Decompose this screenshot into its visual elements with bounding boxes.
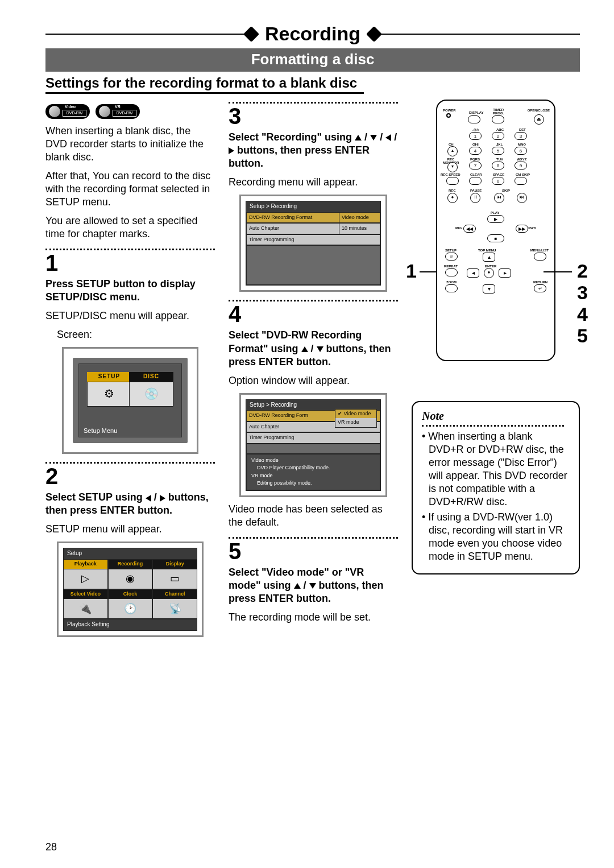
recording-row-format-value: Video mode bbox=[339, 212, 380, 224]
btn-clear[interactable] bbox=[469, 177, 482, 185]
menu-tile-channel-label: Channel bbox=[152, 589, 197, 600]
btn-enter[interactable]: ● bbox=[484, 268, 494, 278]
btn-0[interactable]: 0 bbox=[492, 177, 504, 185]
btn-skip-fwd[interactable]: ⏭ bbox=[517, 193, 527, 203]
lbl-openclose: OPEN/CLOSE bbox=[528, 109, 550, 112]
lbl-timerprog: TIMER PROG. bbox=[493, 108, 504, 115]
step3-divider bbox=[229, 102, 398, 104]
display-icon: ▭ bbox=[152, 569, 197, 589]
step3-instruction-a: Select "Recording" using bbox=[229, 131, 355, 143]
tv-tile-setup: SETUP ⚙ bbox=[87, 372, 131, 407]
btn-timerprog[interactable] bbox=[492, 115, 504, 123]
note-box: Note When inserting a blank DVD+R or DVD… bbox=[412, 401, 580, 574]
btn-8[interactable]: 8 bbox=[492, 162, 504, 170]
step1-instruction: Press SETUP button to display SETUP/DISC… bbox=[45, 278, 215, 304]
btn-display[interactable] bbox=[468, 115, 480, 123]
btn-1[interactable]: 1 bbox=[469, 132, 482, 140]
opt-desc-vr: VR mode bbox=[251, 472, 375, 480]
btn-menulist[interactable] bbox=[534, 253, 546, 261]
btn-6[interactable]: 6 bbox=[515, 147, 527, 155]
menu-tile-playback: Playback▷ bbox=[63, 559, 108, 589]
note-divider bbox=[422, 425, 564, 427]
recording-row-autochapter-value: 10 minutes bbox=[339, 223, 380, 234]
btn-setup[interactable]: ⎚ bbox=[445, 253, 458, 261]
lbl-rev: REV bbox=[455, 226, 462, 230]
callout-1: 1 bbox=[406, 260, 417, 282]
option-popup-vr: VR mode bbox=[335, 418, 376, 427]
btn-fwd[interactable]: ▶▶ bbox=[516, 225, 528, 233]
btn-cmskip[interactable] bbox=[515, 177, 527, 185]
lbl-return: RETURN bbox=[533, 280, 547, 284]
recording-menu-space bbox=[246, 245, 380, 285]
step1-divider bbox=[45, 249, 215, 250]
btn-rec[interactable]: ● bbox=[447, 193, 458, 203]
step2-result: SETUP menu will appear. bbox=[45, 523, 215, 536]
step1-result: SETUP/DISC menu will appear. bbox=[45, 309, 215, 323]
btn-pause[interactable]: ⏸ bbox=[470, 193, 480, 203]
tv-tile-setup-label: SETUP bbox=[87, 372, 131, 382]
menu-tile-recording: Recording◉ bbox=[108, 559, 153, 589]
btn-dpad-right[interactable]: ▸ bbox=[499, 268, 511, 278]
lbl-rec: REC bbox=[449, 189, 456, 192]
menu-tile-playback-label: Playback bbox=[63, 559, 108, 569]
ornament-right bbox=[374, 34, 580, 35]
btn-play[interactable]: ▶ bbox=[487, 215, 504, 223]
btn-recspeed[interactable] bbox=[446, 177, 459, 185]
note-item-2: If using a DVD-RW(ver 1.0) disc, recordi… bbox=[422, 511, 570, 563]
recording-row-timer: Timer Programming bbox=[246, 234, 380, 246]
tv-tile-disc: DISC 💿 bbox=[129, 372, 173, 407]
btn-ch-down[interactable]: ▾ bbox=[447, 162, 458, 172]
step5-result: The recording mode will be set. bbox=[229, 611, 398, 624]
step5-instruction: Select "Video mode" or "VR mode" using /… bbox=[229, 566, 398, 605]
step5-number: 5 bbox=[229, 540, 398, 563]
btn-3[interactable]: 3 bbox=[515, 132, 527, 140]
lbl-audio: .@/: bbox=[472, 128, 479, 131]
btn-return[interactable]: ↵ bbox=[534, 284, 546, 292]
step5-divider bbox=[229, 537, 398, 539]
lbl-setup: SETUP bbox=[445, 249, 457, 252]
option-popup: ✔ Video mode VR mode bbox=[335, 409, 377, 428]
btn-5[interactable]: 5 bbox=[492, 147, 504, 155]
btn-zoom[interactable] bbox=[445, 284, 458, 292]
ornament-left bbox=[45, 34, 251, 35]
btn-dpad-down[interactable]: ▾ bbox=[483, 284, 495, 294]
menu-tile-display-label: Display bbox=[152, 559, 197, 569]
btn-rev[interactable]: ◀◀ bbox=[463, 225, 476, 233]
btn-2[interactable]: 2 bbox=[492, 132, 504, 140]
btn-9[interactable]: 9 bbox=[515, 162, 527, 170]
btn-skip-back[interactable]: ⏮ bbox=[494, 193, 504, 203]
down-triangle-icon bbox=[370, 135, 377, 140]
badge-video: Video DVD-RW bbox=[45, 104, 90, 119]
lbl-cmskip: CM SKIP bbox=[516, 173, 530, 176]
btn-power[interactable] bbox=[446, 113, 451, 118]
step2-instruction-a: Select SETUP using bbox=[45, 491, 146, 503]
callout-5: 5 bbox=[577, 325, 588, 347]
lbl-space: SPACE bbox=[493, 173, 504, 176]
lbl-recspeed: REC SPEED bbox=[441, 173, 460, 176]
step3-screen: Setup > Recording DVD-RW Recording Forma… bbox=[239, 195, 387, 292]
btn-4[interactable]: 4 bbox=[469, 147, 482, 155]
btn-stop[interactable]: ■ bbox=[487, 234, 504, 242]
menu-tile-selectvideo-label: Select Video bbox=[63, 589, 108, 600]
down-triangle-icon bbox=[317, 346, 323, 352]
btn-7[interactable]: 7 bbox=[469, 162, 482, 170]
btn-dpad-up[interactable]: ▴ bbox=[483, 253, 495, 262]
lbl-mno: MNO bbox=[518, 143, 526, 146]
right-triangle-icon bbox=[160, 495, 165, 502]
step4-screen: Setup > Recording DVD-RW Recording Form … bbox=[239, 393, 387, 497]
step2-divider bbox=[45, 462, 215, 464]
btn-openclose[interactable]: ⏏ bbox=[534, 114, 544, 125]
btn-dpad-left[interactable]: ◂ bbox=[467, 268, 479, 278]
recording-menu-head: Setup > Recording bbox=[246, 201, 380, 212]
remote-control: POWER DISPLAY TIMER PROG. OPEN/CLOSE ⏏ .… bbox=[436, 100, 555, 361]
btn-repeat[interactable] bbox=[445, 268, 458, 276]
btn-ch-up[interactable]: ▴ bbox=[447, 146, 458, 156]
left-triangle-icon bbox=[385, 134, 391, 141]
up-triangle-icon bbox=[355, 135, 362, 140]
section-subheading: Settings for the recording format to a b… bbox=[45, 75, 580, 91]
tv-inner: SETUP ⚙ DISC 💿 Setup Menu bbox=[78, 363, 182, 437]
column-2: 3 Select "Recording" using / / / buttons… bbox=[229, 100, 398, 643]
intro-p3: You are allowed to set a specified time … bbox=[45, 214, 215, 241]
note-title: Note bbox=[422, 409, 570, 424]
recording-row-autochapter: Auto Chapter10 minutes bbox=[246, 223, 380, 234]
